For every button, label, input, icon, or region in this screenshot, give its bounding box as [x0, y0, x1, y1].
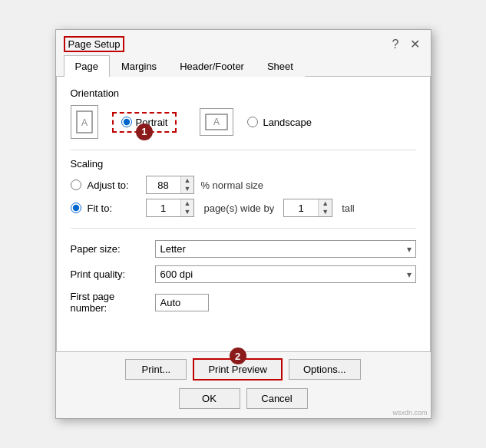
first-page-input[interactable]: Auto: [155, 294, 209, 311]
page-setup-dialog: Page Setup ? ✕ Page Margins Header/Foote…: [55, 29, 431, 419]
fit-tall-input[interactable]: 1: [284, 201, 318, 216]
paper-size-select[interactable]: Letter: [155, 240, 416, 258]
first-page-row: First page number: Auto: [71, 287, 416, 318]
badge-1: 1: [136, 124, 153, 140]
adjust-down-arrow[interactable]: ▼: [181, 185, 194, 193]
badge-2: 2: [230, 348, 246, 364]
adjust-spinner: 88 ▲ ▼: [146, 176, 195, 194]
print-quality-row: Print quality: 600 dpi: [71, 262, 416, 287]
tab-content-page: Orientation A Portrait 1 A Landscap: [56, 77, 431, 352]
tab-header-footer[interactable]: Header/Footer: [168, 55, 256, 77]
paper-size-select-wrapper: Letter: [155, 240, 416, 258]
options-button[interactable]: Options...: [289, 359, 361, 380]
print-quality-label: Print quality:: [71, 268, 126, 280]
ok-button[interactable]: OK: [179, 388, 240, 409]
print-quality-select[interactable]: 600 dpi: [155, 265, 416, 283]
ok-cancel-row: OK Cancel wsxdn.com: [56, 384, 431, 418]
help-button[interactable]: ?: [389, 38, 402, 51]
tabs-bar: Page Margins Header/Footer Sheet: [56, 55, 431, 77]
fit-label[interactable]: Fit to:: [88, 203, 140, 214]
cancel-button[interactable]: Cancel: [246, 388, 308, 409]
landscape-label[interactable]: Landscape: [263, 117, 312, 128]
fit-tall-down[interactable]: ▼: [319, 208, 332, 216]
title-bar: Page Setup ? ✕: [56, 30, 431, 55]
landscape-icon: A: [200, 108, 233, 136]
print-button[interactable]: Print...: [125, 359, 187, 380]
svg-text:A: A: [81, 117, 87, 128]
portrait-option-wrapper: Portrait 1: [112, 112, 177, 133]
svg-text:A: A: [213, 117, 220, 127]
title-bar-controls: ? ✕: [389, 38, 423, 51]
adjust-label[interactable]: Adjust to:: [88, 180, 140, 191]
watermark: wsxdn.com: [392, 409, 427, 417]
orientation-label: Orientation: [71, 87, 416, 99]
dialog-title: Page Setup: [64, 36, 125, 52]
fit-pages-input[interactable]: 1: [147, 201, 180, 216]
adjust-row: Adjust to: 88 ▲ ▼ % normal size: [71, 176, 416, 194]
paper-size-label: Paper size:: [71, 243, 121, 255]
fit-tall-spinner: 1 ▲ ▼: [283, 199, 332, 217]
adjust-up-arrow[interactable]: ▲: [181, 176, 194, 185]
print-quality-select-wrapper: 600 dpi: [155, 265, 416, 283]
orientation-row: A Portrait 1 A Landscape: [71, 105, 416, 139]
print-preview-wrapper: 2 Print Preview: [193, 358, 283, 380]
scaling-label: Scaling: [71, 158, 416, 170]
fit-row: Fit to: 1 ▲ ▼ page(s) wide by 1 ▲ ▼: [71, 199, 416, 217]
adjust-value-input[interactable]: 88: [147, 178, 180, 193]
fit-pages-up[interactable]: ▲: [181, 199, 194, 208]
fit-pages-suffix: page(s) wide by: [203, 203, 274, 214]
fit-tall-suffix: tall: [342, 203, 355, 214]
fit-pages-spinner: 1 ▲ ▼: [146, 199, 195, 217]
paper-size-row: Paper size: Letter: [71, 236, 416, 262]
fit-radio[interactable]: [71, 203, 81, 213]
tab-sheet[interactable]: Sheet: [256, 55, 305, 77]
close-button[interactable]: ✕: [407, 38, 423, 51]
properties-table: Paper size: Letter Print quality: 600 dp…: [71, 236, 416, 318]
tab-page[interactable]: Page: [64, 55, 110, 77]
landscape-radio[interactable]: [247, 117, 258, 127]
portrait-radio[interactable]: [121, 117, 132, 127]
adjust-suffix: % normal size: [200, 180, 263, 191]
first-page-label: First page number:: [71, 291, 115, 314]
action-buttons-row: Print... 2 Print Preview Options...: [56, 352, 431, 384]
scaling-section: Scaling Adjust to: 88 ▲ ▼ % normal size …: [71, 158, 416, 217]
tab-margins[interactable]: Margins: [110, 55, 168, 77]
fit-tall-up[interactable]: ▲: [319, 199, 332, 208]
adjust-radio[interactable]: [71, 180, 81, 190]
fit-pages-down[interactable]: ▼: [181, 208, 194, 216]
landscape-option: Landscape: [247, 117, 312, 128]
portrait-icon: A: [71, 105, 98, 139]
